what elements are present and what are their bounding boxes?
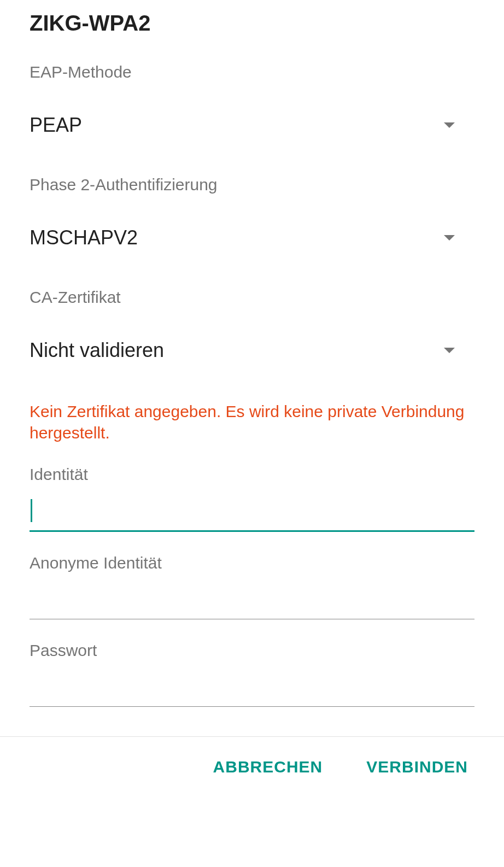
text-cursor-icon [31, 499, 32, 522]
dialog-button-bar: ABBRECHEN VERBINDEN [0, 736, 504, 797]
phase2-select[interactable]: MSCHAPV2 [0, 221, 504, 254]
password-label: Passwort [0, 641, 504, 660]
cancel-button[interactable]: ABBRECHEN [207, 753, 330, 781]
phase2-value: MSCHAPV2 [30, 226, 138, 249]
wifi-config-dialog: ZIKG-WPA2 EAP-Methode PEAP Phase 2-Authe… [0, 0, 504, 867]
anon-identity-input[interactable] [30, 583, 474, 619]
ca-cert-select[interactable]: Nicht validieren [0, 334, 504, 367]
identity-input[interactable] [30, 495, 474, 532]
ca-cert-label: CA-Zertifikat [0, 288, 504, 307]
anon-identity-label: Anonyme Identität [0, 554, 504, 572]
password-input[interactable] [30, 671, 474, 707]
eap-method-select[interactable]: PEAP [0, 109, 504, 142]
eap-method-value: PEAP [30, 114, 82, 137]
network-name-title: ZIKG-WPA2 [0, 0, 504, 36]
eap-method-label: EAP-Methode [0, 63, 504, 81]
dropdown-icon [444, 122, 455, 128]
dropdown-icon [444, 235, 455, 241]
identity-label: Identität [0, 465, 504, 484]
phase2-label: Phase 2-Authentifizierung [0, 175, 504, 194]
dropdown-icon [444, 348, 455, 353]
cert-warning-text: Kein Zertifikat angegeben. Es wird keine… [0, 401, 504, 443]
connect-button[interactable]: VERBINDEN [360, 753, 474, 781]
ca-cert-value: Nicht validieren [30, 339, 164, 362]
dialog-scroll-area: ZIKG-WPA2 EAP-Methode PEAP Phase 2-Authe… [0, 0, 504, 722]
